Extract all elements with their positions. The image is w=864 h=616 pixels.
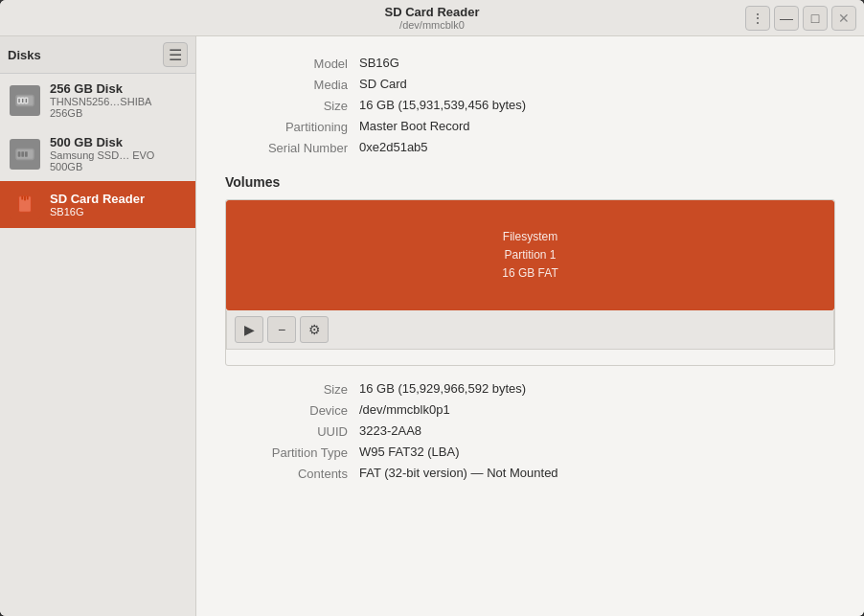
item-name-500gb: 500 GB Disk xyxy=(50,135,186,149)
svg-rect-1 xyxy=(18,98,21,103)
serial-value: 0xe2d51ab5 xyxy=(359,140,835,155)
settings-button[interactable]: ⚙ xyxy=(300,316,329,343)
contents-label: Contents xyxy=(225,466,359,481)
close-button[interactable]: ✕ xyxy=(831,6,856,31)
model-value: SB16G xyxy=(359,56,835,71)
part-size-value: 16 GB (15,929,966,592 bytes) xyxy=(359,381,835,397)
titlebar-center: SD Card Reader /dev/mmcblk0 xyxy=(385,5,480,31)
sidebar-item-500gb[interactable]: 500 GB Disk Samsung SSD… EVO 500GB xyxy=(0,127,195,181)
item-text-500gb: 500 GB Disk Samsung SSD… EVO 500GB xyxy=(50,135,186,172)
window-controls: ⋮ — □ ✕ xyxy=(745,6,856,31)
svg-rect-6 xyxy=(21,151,24,157)
window-subtitle: /dev/mmcblk0 xyxy=(399,19,465,31)
svg-rect-3 xyxy=(25,98,28,103)
svg-rect-7 xyxy=(25,151,28,157)
volumes-title: Volumes xyxy=(225,174,835,190)
titlebar: SD Card Reader /dev/mmcblk0 ⋮ — □ ✕ xyxy=(0,0,864,36)
media-label: Media xyxy=(225,77,359,92)
svg-rect-10 xyxy=(24,196,26,201)
model-label: Model xyxy=(225,56,359,71)
item-sub-500gb: Samsung SSD… EVO 500GB xyxy=(50,149,186,172)
volume-bar[interactable]: Filesystem Partition 1 16 GB FAT xyxy=(226,200,834,310)
size-value: 16 GB (15,931,539,456 bytes) xyxy=(359,98,835,113)
partition-info-grid: Size 16 GB (15,929,966,592 bytes) Device… xyxy=(225,381,835,481)
sidebar-menu-button[interactable]: ☰ xyxy=(163,42,188,67)
svg-rect-5 xyxy=(18,151,21,157)
partition-line3: 16 GB FAT xyxy=(502,266,557,280)
device-value: /dev/mmcblk0p1 xyxy=(359,402,835,418)
svg-rect-11 xyxy=(27,196,29,200)
ssd-icon-2 xyxy=(14,144,35,165)
mount-button[interactable]: ▶ xyxy=(235,316,263,343)
partition-line1: Filesystem xyxy=(503,230,557,243)
partitioning-value: Master Boot Record xyxy=(359,119,835,134)
sidebar-item-sdcard[interactable]: SD Card Reader SB16G xyxy=(0,181,195,228)
minimize-button[interactable]: — xyxy=(774,6,799,31)
window-body: Disks ☰ 256 GB Disk THNSN5256…SHIBA 256G… xyxy=(0,36,864,616)
item-name-256gb: 256 GB Disk xyxy=(50,81,186,96)
sidebar-item-256gb[interactable]: 256 GB Disk THNSN5256…SHIBA 256GB xyxy=(0,74,195,127)
item-text-256gb: 256 GB Disk THNSN5256…SHIBA 256GB xyxy=(50,81,186,119)
disk-info-grid: Model SB16G Media SD Card Size 16 GB (15… xyxy=(225,56,835,155)
disk-icon-sdcard xyxy=(10,189,40,219)
partitioning-label: Partitioning xyxy=(225,119,359,134)
sdcard-icon xyxy=(14,194,35,215)
part-size-label: Size xyxy=(225,381,359,397)
sidebar-title: Disks xyxy=(8,48,41,62)
volume-toolbar: ▶ − ⚙ xyxy=(226,310,834,350)
partition-line2: Partition 1 xyxy=(504,248,556,262)
app-window: SD Card Reader /dev/mmcblk0 ⋮ — □ ✕ Disk… xyxy=(0,0,864,616)
main-content: Model SB16G Media SD Card Size 16 GB (15… xyxy=(196,36,864,616)
disk-icon-500gb xyxy=(10,139,40,170)
size-label: Size xyxy=(225,98,359,113)
maximize-button[interactable]: □ xyxy=(803,6,828,31)
uuid-value: 3223-2AA8 xyxy=(359,423,835,439)
menu-button[interactable]: ⋮ xyxy=(745,6,770,31)
disk-icon-256gb xyxy=(10,85,40,116)
partition-type-value: W95 FAT32 (LBA) xyxy=(359,445,835,460)
svg-rect-2 xyxy=(21,98,24,103)
media-value: SD Card xyxy=(359,77,835,92)
remove-button[interactable]: − xyxy=(267,316,296,343)
sidebar-header: Disks ☰ xyxy=(0,36,195,74)
item-name-sdcard: SD Card Reader xyxy=(50,192,145,206)
item-sub-sdcard: SB16G xyxy=(50,206,145,217)
window-title: SD Card Reader xyxy=(385,5,480,19)
sidebar: Disks ☰ 256 GB Disk THNSN5256…SHIBA 256G… xyxy=(0,36,196,616)
uuid-label: UUID xyxy=(225,423,359,439)
svg-rect-9 xyxy=(21,196,23,200)
device-label: Device xyxy=(225,402,359,418)
item-sub-256gb: THNSN5256…SHIBA 256GB xyxy=(50,96,186,119)
item-text-sdcard: SD Card Reader SB16G xyxy=(50,192,145,217)
volume-label: Filesystem Partition 1 16 GB FAT xyxy=(502,228,557,284)
partition-type-label: Partition Type xyxy=(225,445,359,460)
ssd-icon xyxy=(14,90,35,111)
volume-wrapper: Filesystem Partition 1 16 GB FAT ▶ − ⚙ xyxy=(225,199,835,366)
serial-label: Serial Number xyxy=(225,140,359,155)
contents-value: FAT (32-bit version) — Not Mounted xyxy=(359,466,835,481)
